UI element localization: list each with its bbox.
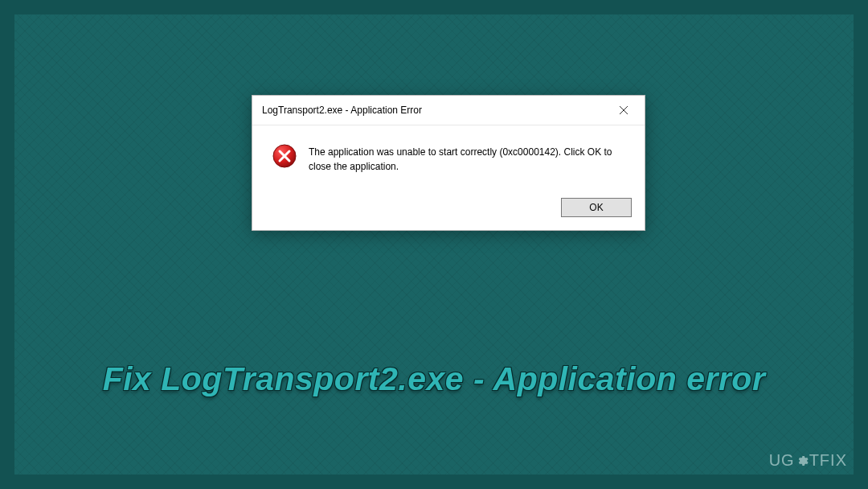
watermark-prefix: UG <box>769 451 795 470</box>
watermark-suffix: TFIX <box>809 451 847 470</box>
dialog-button-row: OK <box>252 188 645 230</box>
dialog-content: The application was unable to start corr… <box>252 125 645 188</box>
dialog-titlebar: LogTransport2.exe - Application Error <box>252 96 645 125</box>
page-headline: Fix LogTransport2.exe - Application erro… <box>14 360 854 398</box>
close-button[interactable] <box>608 101 640 120</box>
dialog-title: LogTransport2.exe - Application Error <box>262 105 422 116</box>
ok-button[interactable]: OK <box>561 198 632 217</box>
error-dialog: LogTransport2.exe - Application Error <box>252 95 645 231</box>
watermark: UG TFIX <box>769 451 847 470</box>
error-icon <box>272 143 297 169</box>
close-icon <box>620 106 628 114</box>
gear-icon <box>796 454 809 467</box>
dialog-message: The application was unable to start corr… <box>309 143 628 174</box>
